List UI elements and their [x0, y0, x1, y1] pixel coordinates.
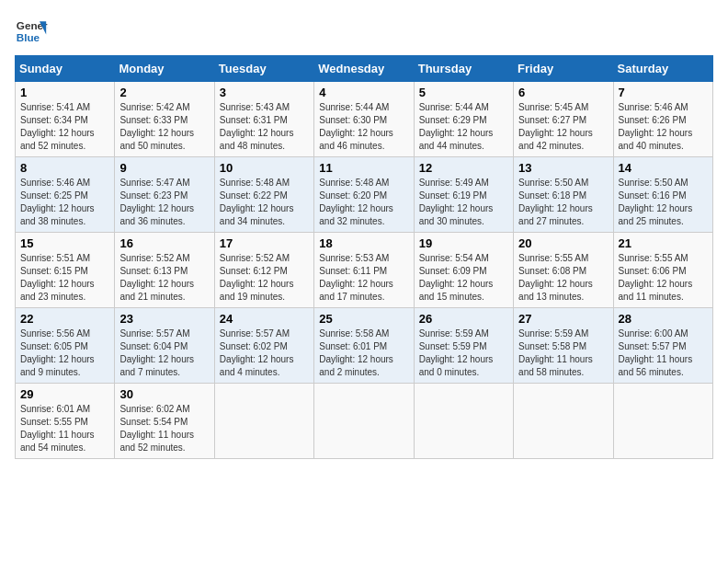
day-number: 18: [319, 236, 408, 250]
day-number: 8: [20, 161, 109, 175]
day-number: 30: [119, 387, 209, 401]
calendar-cell: 29 Sunrise: 6:01 AMSunset: 5:55 PMDaylig…: [16, 384, 115, 459]
day-number: 20: [518, 236, 608, 250]
day-detail: Sunrise: 5:59 AMSunset: 5:59 PMDaylight:…: [419, 328, 494, 377]
calendar-cell: 26 Sunrise: 5:59 AMSunset: 5:59 PMDaylig…: [414, 308, 513, 384]
logo-icon: General Blue: [15, 15, 48, 48]
day-number: 28: [619, 312, 708, 326]
calendar-cell: 19 Sunrise: 5:54 AMSunset: 6:09 PMDaylig…: [414, 233, 513, 308]
day-detail: Sunrise: 5:51 AMSunset: 6:15 PMDaylight:…: [20, 253, 95, 302]
day-number: 13: [518, 161, 608, 175]
day-detail: Sunrise: 5:53 AMSunset: 6:11 PMDaylight:…: [319, 253, 393, 302]
day-detail: Sunrise: 5:44 AMSunset: 6:30 PMDaylight:…: [319, 102, 393, 151]
day-detail: Sunrise: 5:50 AMSunset: 6:18 PMDaylight:…: [518, 178, 593, 226]
day-detail: Sunrise: 5:48 AMSunset: 6:20 PMDaylight:…: [319, 178, 393, 226]
calendar-cell: 18 Sunrise: 5:53 AMSunset: 6:11 PMDaylig…: [314, 233, 414, 308]
day-number: 3: [220, 86, 309, 99]
day-number: 2: [119, 86, 209, 99]
day-detail: Sunrise: 5:49 AMSunset: 6:19 PMDaylight:…: [419, 178, 494, 226]
calendar-cell: 16 Sunrise: 5:52 AMSunset: 6:13 PMDaylig…: [115, 233, 214, 308]
calendar-cell: 22 Sunrise: 5:56 AMSunset: 6:05 PMDaylig…: [16, 308, 115, 384]
calendar-cell: 27 Sunrise: 5:59 AMSunset: 5:58 PMDaylig…: [514, 308, 613, 384]
day-detail: Sunrise: 5:48 AMSunset: 6:22 PMDaylight:…: [220, 178, 294, 226]
calendar-cell: 8 Sunrise: 5:46 AMSunset: 6:25 PMDayligh…: [16, 157, 115, 233]
header-thursday: Thursday: [414, 56, 513, 82]
day-detail: Sunrise: 5:52 AMSunset: 6:13 PMDaylight:…: [119, 253, 194, 302]
header-sunday: Sunday: [16, 56, 115, 82]
day-number: 16: [119, 236, 209, 250]
day-detail: Sunrise: 5:44 AMSunset: 6:29 PMDaylight:…: [419, 102, 494, 151]
calendar-cell: 17 Sunrise: 5:52 AMSunset: 6:12 PMDaylig…: [214, 233, 313, 308]
day-detail: Sunrise: 5:55 AMSunset: 6:06 PMDaylight:…: [619, 253, 693, 302]
day-detail: Sunrise: 5:46 AMSunset: 6:25 PMDaylight:…: [20, 178, 95, 226]
calendar-cell: 21 Sunrise: 5:55 AMSunset: 6:06 PMDaylig…: [613, 233, 712, 308]
calendar-cell: [214, 384, 313, 459]
calendar-cell: 25 Sunrise: 5:58 AMSunset: 6:01 PMDaylig…: [314, 308, 414, 384]
calendar-cell: 14 Sunrise: 5:50 AMSunset: 6:16 PMDaylig…: [613, 157, 712, 233]
calendar-cell: 4 Sunrise: 5:44 AMSunset: 6:30 PMDayligh…: [314, 82, 414, 157]
svg-text:Blue: Blue: [17, 31, 40, 43]
calendar-cell: 3 Sunrise: 5:43 AMSunset: 6:31 PMDayligh…: [214, 82, 313, 157]
calendar-cell: [314, 384, 414, 459]
calendar-cell: [414, 384, 513, 459]
day-detail: Sunrise: 5:54 AMSunset: 6:09 PMDaylight:…: [419, 253, 494, 302]
header-saturday: Saturday: [613, 56, 712, 82]
calendar-cell: 23 Sunrise: 5:57 AMSunset: 6:04 PMDaylig…: [115, 308, 214, 384]
day-detail: Sunrise: 5:55 AMSunset: 6:08 PMDaylight:…: [518, 253, 593, 302]
day-number: 4: [319, 86, 408, 99]
day-number: 27: [518, 312, 608, 326]
calendar-cell: 24 Sunrise: 5:57 AMSunset: 6:02 PMDaylig…: [214, 308, 313, 384]
day-number: 17: [220, 236, 309, 250]
day-detail: Sunrise: 6:02 AMSunset: 5:54 PMDaylight:…: [119, 404, 194, 453]
calendar-week-5: 29 Sunrise: 6:01 AMSunset: 5:55 PMDaylig…: [16, 384, 713, 459]
day-detail: Sunrise: 5:45 AMSunset: 6:27 PMDaylight:…: [518, 102, 593, 151]
calendar-cell: 28 Sunrise: 6:00 AMSunset: 5:57 PMDaylig…: [613, 308, 712, 384]
calendar-cell: 15 Sunrise: 5:51 AMSunset: 6:15 PMDaylig…: [16, 233, 115, 308]
day-detail: Sunrise: 5:47 AMSunset: 6:23 PMDaylight:…: [119, 178, 194, 226]
day-detail: Sunrise: 5:41 AMSunset: 6:34 PMDaylight:…: [20, 102, 95, 151]
calendar-cell: 5 Sunrise: 5:44 AMSunset: 6:29 PMDayligh…: [414, 82, 513, 157]
day-detail: Sunrise: 5:43 AMSunset: 6:31 PMDaylight:…: [220, 102, 294, 151]
page-header: General Blue: [15, 15, 713, 48]
logo: General Blue: [15, 15, 48, 48]
day-number: 11: [319, 161, 408, 175]
header-friday: Friday: [514, 56, 613, 82]
day-detail: Sunrise: 5:56 AMSunset: 6:05 PMDaylight:…: [20, 328, 95, 377]
header-tuesday: Tuesday: [214, 56, 313, 82]
day-number: 7: [619, 86, 708, 99]
day-detail: Sunrise: 5:57 AMSunset: 6:04 PMDaylight:…: [119, 328, 194, 377]
day-detail: Sunrise: 5:58 AMSunset: 6:01 PMDaylight:…: [319, 328, 393, 377]
calendar-cell: 7 Sunrise: 5:46 AMSunset: 6:26 PMDayligh…: [613, 82, 712, 157]
day-number: 1: [20, 86, 109, 99]
calendar-cell: 9 Sunrise: 5:47 AMSunset: 6:23 PMDayligh…: [115, 157, 214, 233]
day-number: 24: [220, 312, 309, 326]
header-monday: Monday: [115, 56, 214, 82]
calendar-cell: 6 Sunrise: 5:45 AMSunset: 6:27 PMDayligh…: [514, 82, 613, 157]
day-number: 10: [220, 161, 309, 175]
calendar-week-4: 22 Sunrise: 5:56 AMSunset: 6:05 PMDaylig…: [16, 308, 713, 384]
day-detail: Sunrise: 6:01 AMSunset: 5:55 PMDaylight:…: [20, 404, 95, 453]
day-number: 29: [20, 387, 109, 401]
calendar-week-1: 1 Sunrise: 5:41 AMSunset: 6:34 PMDayligh…: [16, 82, 713, 157]
day-detail: Sunrise: 5:52 AMSunset: 6:12 PMDaylight:…: [220, 253, 294, 302]
day-number: 12: [419, 161, 508, 175]
day-number: 23: [119, 312, 209, 326]
day-detail: Sunrise: 5:59 AMSunset: 5:58 PMDaylight:…: [518, 328, 593, 377]
calendar-cell: [613, 384, 712, 459]
day-detail: Sunrise: 5:50 AMSunset: 6:16 PMDaylight:…: [619, 178, 693, 226]
day-number: 9: [119, 161, 209, 175]
day-number: 19: [419, 236, 508, 250]
calendar-cell: 2 Sunrise: 5:42 AMSunset: 6:33 PMDayligh…: [115, 82, 214, 157]
calendar-cell: [514, 384, 613, 459]
day-number: 6: [518, 86, 608, 99]
calendar-table: SundayMondayTuesdayWednesdayThursdayFrid…: [15, 55, 713, 459]
day-detail: Sunrise: 5:46 AMSunset: 6:26 PMDaylight:…: [619, 102, 693, 151]
day-number: 21: [619, 236, 708, 250]
calendar-cell: 11 Sunrise: 5:48 AMSunset: 6:20 PMDaylig…: [314, 157, 414, 233]
calendar-header-row: SundayMondayTuesdayWednesdayThursdayFrid…: [16, 56, 713, 82]
day-number: 15: [20, 236, 109, 250]
day-number: 26: [419, 312, 508, 326]
day-number: 14: [619, 161, 708, 175]
calendar-cell: 13 Sunrise: 5:50 AMSunset: 6:18 PMDaylig…: [514, 157, 613, 233]
day-number: 22: [20, 312, 109, 326]
